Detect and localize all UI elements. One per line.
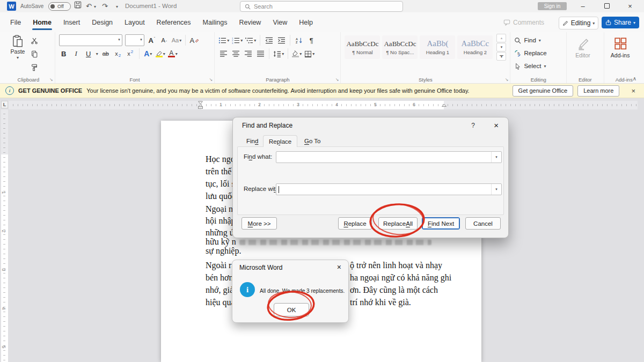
tab-references[interactable]: References (151, 16, 197, 29)
maximize-button[interactable] (599, 0, 614, 12)
tab-help[interactable]: Help (293, 16, 319, 29)
msgbox-close-icon[interactable]: × (337, 263, 341, 271)
align-left-icon[interactable] (218, 48, 228, 60)
format-painter-icon[interactable] (30, 62, 39, 73)
numbering-button[interactable]: 123▾ (232, 34, 243, 46)
tab-stop-selector[interactable]: L (1, 101, 8, 108)
banner-close-icon[interactable]: × (631, 87, 635, 95)
pilcrow-button[interactable]: ¶ (306, 34, 316, 46)
editor-button[interactable]: Editor (570, 34, 595, 58)
align-center-icon[interactable] (231, 48, 240, 60)
qat-customize-icon[interactable]: ▾ (116, 1, 118, 12)
font-size-combo[interactable]: ▾ (125, 34, 144, 46)
justify-icon[interactable] (255, 48, 265, 60)
cut-icon[interactable] (30, 35, 39, 47)
search-input[interactable]: Search (240, 1, 403, 12)
change-case-button[interactable]: Aa▾ (172, 34, 181, 46)
strikethrough-button[interactable]: ab (101, 48, 111, 60)
help-button[interactable]: ? (471, 122, 475, 129)
styles-scroll-down-icon[interactable]: ▾ (496, 43, 506, 51)
tab-design[interactable]: Design (86, 16, 119, 29)
comments-button[interactable]: Comments (503, 19, 544, 26)
style-no-spacing[interactable]: AaBbCcDc ¶ No Spac... (382, 35, 418, 59)
tab-insert[interactable]: Insert (57, 16, 86, 29)
replace-button[interactable]: b Replace (514, 47, 562, 60)
tab-goto[interactable]: Go To (299, 135, 326, 147)
indent-marker-right[interactable] (441, 104, 447, 108)
undo-chevron-icon[interactable]: ▾ (94, 1, 96, 12)
replace-with-input[interactable]: ▾ (276, 183, 502, 195)
vertical-ruler[interactable]: 1 2 3 4 5 (1, 109, 8, 362)
tab-view[interactable]: View (267, 16, 293, 29)
align-right-icon[interactable] (243, 48, 253, 60)
superscript-button[interactable]: x2 (126, 48, 135, 60)
tab-replace[interactable]: Replace (263, 135, 297, 147)
subscript-button[interactable]: x2 (113, 48, 123, 60)
minimize-button[interactable]: – (575, 0, 590, 12)
styles-scroll-up-icon[interactable]: ▴ (496, 34, 506, 42)
bold-button[interactable]: B (59, 48, 69, 60)
undo-icon[interactable]: ↶ (86, 1, 92, 11)
indent-marker-left[interactable] (197, 101, 203, 109)
text-effects-button[interactable]: A▾ (143, 48, 153, 60)
horizontal-ruler[interactable]: 1 2 3 4 5 6 (9, 101, 638, 109)
italic-button[interactable]: I (71, 48, 81, 60)
tab-file[interactable]: File (4, 16, 27, 29)
save-icon[interactable] (74, 1, 82, 9)
autosave-toggle[interactable]: Off (48, 2, 71, 11)
tab-find[interactable]: Find (241, 135, 264, 147)
cancel-button[interactable]: Cancel (465, 217, 501, 230)
replace-button[interactable]: Replace (338, 217, 372, 230)
dialog-launcher-icon[interactable]: ↘ (209, 77, 213, 82)
ok-button[interactable]: OK (274, 303, 309, 316)
highlight-button[interactable]: ▾ (156, 48, 165, 60)
multilevel-list-button[interactable]: ▾ (245, 34, 256, 46)
decrease-indent-icon[interactable] (264, 34, 274, 46)
group-clipboard: Paste ▾ Clipboard ↘ (2, 32, 55, 83)
tab-review[interactable]: Review (233, 16, 267, 29)
close-button[interactable]: × (623, 0, 638, 12)
dialog-launcher-icon[interactable]: ↘ (335, 77, 339, 82)
paste-button[interactable]: Paste ▾ (6, 34, 30, 73)
find-what-input[interactable]: ▾ (276, 151, 502, 163)
tab-home[interactable]: Home (27, 16, 57, 29)
grow-font-icon[interactable]: Aˆ (147, 34, 157, 46)
replace-all-button[interactable]: Replace All (378, 217, 418, 230)
bullets-button[interactable]: ▾ (218, 34, 229, 46)
clear-formatting-icon[interactable]: A (189, 34, 199, 46)
redo-icon[interactable]: ↷ (102, 1, 108, 11)
select-button[interactable]: Select ▾ (514, 60, 562, 72)
styles-gallery-expand-icon[interactable]: ▾ (496, 52, 506, 61)
get-genuine-office-button[interactable]: Get genuine Office (513, 85, 574, 97)
underline-button[interactable]: U (84, 48, 93, 60)
underline-chevron-icon[interactable]: ▾ (96, 51, 98, 56)
dialog-launcher-icon[interactable]: ↘ (505, 77, 509, 82)
shading-button[interactable]: ▾ (292, 48, 302, 60)
collapse-ribbon-icon[interactable]: ∧ (633, 76, 636, 82)
line-spacing-button[interactable]: ▾ (273, 48, 284, 60)
editing-mode-button[interactable]: Editing ▾ (559, 17, 598, 29)
tab-layout[interactable]: Layout (119, 16, 151, 29)
dialog-close-icon[interactable]: × (494, 121, 499, 130)
shrink-font-icon[interactable]: Aˇ (159, 34, 169, 46)
more-button[interactable]: More >> (241, 217, 277, 230)
style-normal[interactable]: AaBbCcDc ¶ Normal (345, 35, 380, 59)
sign-in-button[interactable]: Sign in (538, 2, 567, 10)
font-color-button[interactable]: A▾ (168, 48, 178, 60)
font-name-combo[interactable]: ▾ (59, 34, 122, 46)
chevron-down-icon[interactable]: ▾ (491, 152, 501, 162)
increase-indent-icon[interactable] (276, 34, 286, 46)
borders-button[interactable]: ▾ (304, 48, 314, 60)
find-next-button[interactable]: Find Next (422, 217, 460, 230)
dialog-launcher-icon[interactable]: ↘ (49, 77, 53, 82)
find-button[interactable]: Find ▾ (514, 34, 562, 47)
style-heading1[interactable]: AaBb( Heading 1 (420, 35, 455, 59)
addins-button[interactable]: Add-ins (608, 34, 633, 58)
chevron-down-icon[interactable]: ▾ (491, 184, 501, 195)
share-button[interactable]: Share ▾ (602, 17, 639, 28)
style-heading2[interactable]: AaBbCc Heading 2 (457, 35, 493, 59)
copy-icon[interactable] (30, 48, 39, 60)
tab-mailings[interactable]: Mailings (197, 16, 233, 29)
sort-icon[interactable]: AZ (294, 34, 304, 46)
learn-more-button[interactable]: Learn more (577, 85, 619, 97)
